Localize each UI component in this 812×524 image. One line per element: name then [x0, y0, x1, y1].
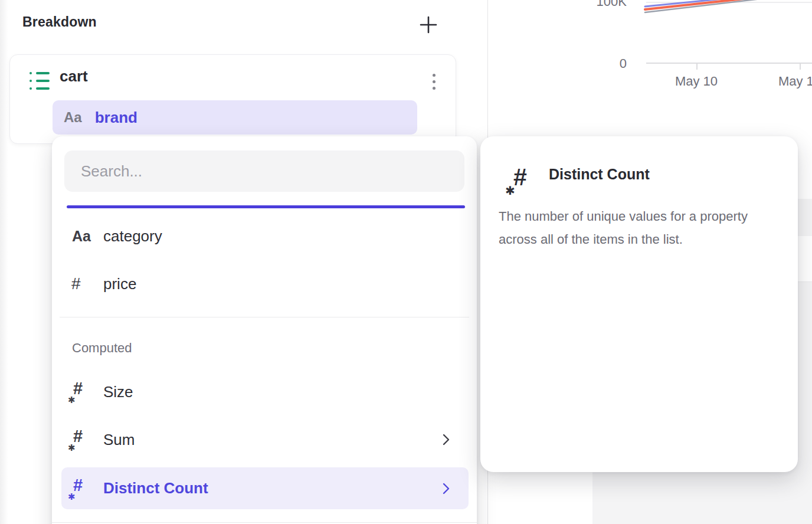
- computed-number-icon: # ✱: [68, 477, 89, 500]
- computed-option-sum[interactable]: # ✱ Sum: [52, 423, 477, 456]
- x-axis-line: [646, 63, 812, 64]
- option-label: price: [103, 275, 136, 293]
- computed-number-icon: # ✱: [68, 428, 89, 451]
- left-edge-shadow: [0, 0, 8, 524]
- chevron-right-icon: [441, 482, 451, 495]
- selected-property-chip[interactable]: Aa brand: [53, 100, 417, 135]
- computed-number-icon: # ✱: [505, 163, 535, 196]
- y-axis-label-0: 0: [584, 56, 627, 71]
- option-label: category: [103, 227, 162, 245]
- group-name-label: cart: [60, 67, 88, 86]
- property-option-price[interactable]: # price: [52, 267, 477, 300]
- x-axis-tick: [800, 64, 801, 70]
- option-label: Size: [103, 383, 133, 401]
- string-type-icon: Aa: [72, 228, 91, 245]
- app-window: 100K 0 May 10 May 12 Breakdown cart Aa b…: [0, 0, 812, 524]
- property-select-dropdown: Aa category # price Computed # ✱ Size # …: [52, 136, 477, 524]
- dropdown-section-divider: [60, 317, 469, 317]
- list-property-icon: [30, 72, 51, 90]
- property-description-popover: # ✱ Distinct Count The number of unique …: [480, 136, 798, 472]
- x-axis-tick: [696, 64, 698, 70]
- computed-option-distinct-count[interactable]: # ✱ Distinct Count: [61, 467, 469, 509]
- breakdown-group-card: cart Aa brand: [9, 54, 456, 144]
- number-type-icon: #: [71, 274, 81, 293]
- kebab-dot: [433, 87, 436, 90]
- breakdown-section-title: Breakdown: [22, 14, 97, 30]
- x-axis-label-may12: May 12: [764, 74, 812, 89]
- line-chart-series: [488, 0, 812, 35]
- kebab-dot: [433, 74, 436, 77]
- search-input[interactable]: [64, 150, 464, 192]
- property-option-category[interactable]: Aa category: [52, 220, 477, 253]
- popover-description: The number of unique values for a proper…: [499, 205, 778, 251]
- search-box: [64, 150, 464, 192]
- active-tab-indicator: [67, 205, 465, 208]
- computed-option-size[interactable]: # ✱ Size: [52, 375, 477, 408]
- kebab-dot: [433, 80, 436, 83]
- option-label: Distinct Count: [103, 479, 208, 497]
- option-label: Sum: [103, 431, 135, 449]
- more-options-button[interactable]: [425, 68, 443, 94]
- computed-section-label: Computed: [72, 340, 132, 356]
- computed-number-icon: # ✱: [68, 380, 89, 404]
- add-breakdown-button[interactable]: [417, 13, 440, 37]
- plus-icon: [420, 16, 437, 34]
- x-axis-label-may10: May 10: [661, 74, 732, 89]
- string-type-icon: Aa: [64, 109, 82, 126]
- dropdown-section-divider: [52, 522, 477, 523]
- chevron-right-icon: [441, 433, 451, 446]
- popover-title: Distinct Count: [549, 166, 650, 183]
- y-axis-label-100k: 100K: [584, 0, 627, 9]
- selected-property-label: brand: [95, 109, 137, 127]
